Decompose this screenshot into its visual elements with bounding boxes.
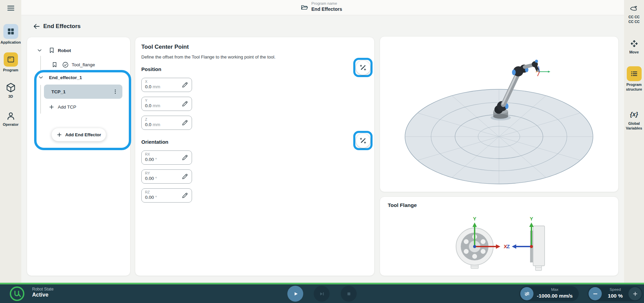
orientation-rx-field[interactable]: RX 0.00 °	[141, 150, 192, 165]
tcp-panel-description: Define the offset from the Tool Flange t…	[141, 54, 276, 60]
menu-button[interactable]	[5, 3, 17, 14]
tree-label-tcp: TCP_1	[51, 89, 66, 94]
speed-decrease-button[interactable]	[589, 287, 602, 300]
list-icon	[630, 69, 639, 78]
end-effector-tree-panel: Robot Tool_flange End_effector_1 TCP_1	[27, 37, 130, 276]
ur-logo[interactable]	[9, 286, 25, 302]
robot-state-value[interactable]: Active	[32, 292, 48, 298]
position-z-field[interactable]: Z 0.0 mm	[141, 116, 192, 130]
plus-icon	[49, 104, 54, 110]
tool-flange-title: Tool Flange	[388, 202, 417, 208]
set-orientation-wand-button[interactable]	[356, 134, 370, 148]
tree-item-tool-flange[interactable]: Tool_flange	[51, 61, 95, 68]
plus-icon	[631, 290, 639, 298]
field-unit: °	[155, 176, 157, 181]
tree-item-tcp-selected[interactable]: TCP_1	[44, 85, 122, 99]
orientation-heading: Orientation	[141, 139, 168, 145]
tree-connector-line	[40, 85, 41, 114]
speed-settings-button[interactable]	[520, 287, 533, 300]
sidebar-item-program-structure[interactable]: Program structure	[624, 66, 644, 92]
speed-control: Speed 100 %	[588, 286, 643, 301]
tree-item-end-effector[interactable]: End_effector_1	[38, 75, 82, 80]
sidebar-label-3d: 3D	[8, 94, 13, 99]
program-structure-label-line1: Program	[626, 83, 642, 87]
sidebar-item-3d[interactable]: 3D	[0, 82, 21, 99]
person-icon	[6, 111, 16, 121]
cube-icon	[5, 82, 16, 93]
speed-increase-button[interactable]	[628, 287, 642, 300]
add-tcp-label: Add TCP	[58, 104, 76, 110]
position-y-field[interactable]: Y 0.0 mm	[141, 97, 192, 111]
orientation-rz-field[interactable]: RZ 0.00 °	[141, 188, 192, 203]
position-wand-highlight	[353, 58, 373, 77]
global-variables-label-line1: Global	[628, 121, 640, 126]
sidebar-item-move[interactable]: Move	[624, 39, 644, 54]
kebab-menu-icon	[112, 88, 118, 95]
move-arrows-icon	[629, 39, 639, 49]
back-arrow-icon	[32, 22, 41, 30]
sidebar-label-program: Program	[3, 68, 18, 72]
add-tcp-button[interactable]: Add TCP	[49, 102, 76, 112]
sidebar-item-operator[interactable]: Operator	[0, 111, 21, 127]
window-icon	[7, 55, 15, 64]
tool-flange-diagram: Y X Y Z	[380, 197, 618, 276]
bookmark-icon	[51, 62, 58, 68]
tree-label-tool-flange: Tool_flange	[72, 62, 95, 67]
global-variables-label-line2: Variables	[626, 126, 642, 131]
edit-pencil-icon[interactable]	[181, 192, 189, 199]
edit-pencil-icon[interactable]	[181, 154, 189, 161]
sidebar-item-application[interactable]: Application	[0, 24, 21, 45]
program-selector[interactable]: Program name End Effectors	[311, 2, 342, 11]
chevron-down-icon	[37, 48, 42, 53]
max-value: -1000.00 mm/s	[533, 293, 576, 299]
program-name-label: Program name	[311, 2, 342, 6]
set-position-wand-button[interactable]	[356, 61, 370, 75]
field-label: Y	[145, 98, 147, 102]
sidebar-item-global-variables[interactable]: {x} Global Variables	[624, 111, 644, 131]
edit-pencil-icon[interactable]	[181, 119, 189, 126]
program-name-value: End Effectors	[311, 7, 342, 11]
edit-pencil-icon[interactable]	[181, 81, 189, 89]
sidebar-item-freedrive[interactable]: CC CC CC CC	[624, 5, 644, 24]
orientation-wand-highlight	[353, 131, 373, 150]
page-title: End Effectors	[43, 23, 81, 30]
tcp-options-button[interactable]	[110, 86, 120, 97]
field-value: 0.0	[145, 84, 151, 89]
field-label: RX	[145, 152, 150, 156]
skip-next-icon	[318, 290, 326, 298]
sidebar-item-program[interactable]: Program	[0, 52, 21, 72]
axis-label-y-side: Y	[530, 216, 533, 222]
sidebar-label-operator: Operator	[3, 122, 18, 127]
back-button[interactable]	[32, 22, 41, 31]
orientation-ry-field[interactable]: RY 0.00 °	[141, 169, 192, 184]
edit-pencil-icon[interactable]	[181, 100, 189, 108]
skip-button[interactable]	[314, 286, 330, 302]
robot-3d-viewport[interactable]	[380, 36, 619, 192]
grid-icon	[6, 27, 15, 36]
tcp-panel-title: Tool Center Point	[141, 44, 189, 50]
tree-item-robot[interactable]: Robot	[37, 47, 71, 54]
program-structure-label-line2: structure	[626, 87, 642, 92]
field-label: RY	[145, 171, 150, 175]
freedrive-label-line1: CC CC	[628, 15, 640, 19]
bottom-control-bar: Robot State Active Max -10	[0, 284, 644, 303]
tree-label-end-effector: End_effector_1	[49, 75, 82, 80]
add-end-effector-button[interactable]: Add End Effector	[51, 128, 106, 141]
sidebar-label-application: Application	[1, 40, 21, 45]
field-value: 0.00	[145, 176, 154, 181]
position-x-field[interactable]: X 0.0 mm	[141, 78, 192, 92]
robot-3d-scene	[380, 37, 618, 192]
right-sidebar: CC CC CC CC Move Program structure	[624, 0, 644, 283]
hand-icon	[629, 5, 639, 14]
tool-flange-panel: Tool Flange Y X Y Z	[380, 196, 619, 276]
chevron-down-icon	[38, 75, 44, 80]
variables-icon: {x}	[630, 111, 638, 118]
edit-pencil-icon[interactable]	[181, 173, 189, 180]
robot-state-label: Robot State	[32, 287, 53, 292]
stop-button[interactable]	[341, 286, 357, 302]
position-heading: Position	[141, 66, 161, 72]
stop-icon	[345, 290, 353, 298]
field-label: RZ	[145, 190, 150, 194]
play-button[interactable]	[287, 286, 303, 302]
move-label: Move	[629, 50, 639, 54]
